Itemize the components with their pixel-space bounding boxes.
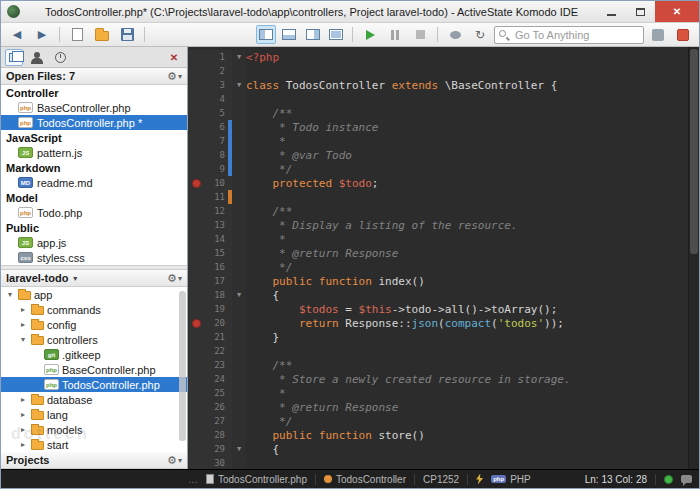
statusbar-encoding[interactable]: CP1252 bbox=[423, 474, 459, 485]
back-button[interactable]: ◀ bbox=[6, 25, 28, 45]
tree-file-item[interactable]: phpBaseController.php bbox=[1, 362, 187, 377]
code-text[interactable]: /** bbox=[246, 358, 688, 372]
history-pane-tab[interactable] bbox=[51, 49, 69, 66]
fold-margin[interactable] bbox=[232, 162, 246, 176]
toggle-all-panes-button[interactable] bbox=[326, 25, 346, 44]
fold-margin[interactable]: ▼ bbox=[232, 50, 246, 64]
fold-margin[interactable] bbox=[232, 344, 246, 358]
search-input[interactable] bbox=[494, 26, 644, 44]
fold-margin[interactable] bbox=[232, 358, 246, 372]
new-file-button[interactable] bbox=[66, 25, 88, 45]
breakpoint-margin[interactable] bbox=[188, 442, 204, 456]
breakpoint-margin[interactable] bbox=[188, 64, 204, 78]
close-pane-button[interactable]: ✕ bbox=[165, 49, 183, 66]
code-text[interactable]: */ bbox=[246, 162, 688, 176]
cursor-position[interactable]: Ln: 13 Col: 28 bbox=[585, 474, 647, 485]
expand-arrow-icon[interactable]: ▸ bbox=[18, 320, 28, 329]
fold-margin[interactable] bbox=[232, 106, 246, 120]
code-text[interactable]: public function store() bbox=[246, 428, 688, 442]
breakpoint-margin[interactable] bbox=[188, 134, 204, 148]
breakpoint-margin[interactable] bbox=[188, 400, 204, 414]
fold-margin[interactable] bbox=[232, 302, 246, 316]
breakpoint-margin[interactable] bbox=[188, 218, 204, 232]
fold-margin[interactable] bbox=[232, 246, 246, 260]
fold-margin[interactable] bbox=[232, 134, 246, 148]
fold-margin[interactable] bbox=[232, 274, 246, 288]
projects-pane-header[interactable]: Projects ⚙▾ bbox=[1, 452, 187, 469]
code-text[interactable]: */ bbox=[246, 260, 688, 274]
fold-margin[interactable]: ▼ bbox=[232, 78, 246, 92]
code-text[interactable]: $todos = $this->todo->all()->toArray(); bbox=[246, 302, 688, 316]
fold-margin[interactable] bbox=[232, 218, 246, 232]
breakpoint-margin[interactable] bbox=[188, 302, 204, 316]
code-text[interactable]: { bbox=[246, 288, 688, 302]
code-text[interactable]: return Response::json(compact('todos')); bbox=[246, 316, 688, 330]
tree-file-item[interactable]: phpTodosController.php bbox=[1, 377, 187, 392]
code-text[interactable]: * bbox=[246, 232, 688, 246]
stop-button[interactable] bbox=[409, 25, 431, 45]
fold-margin[interactable] bbox=[232, 372, 246, 386]
expand-arrow-icon[interactable]: ▸ bbox=[18, 395, 28, 404]
code-text[interactable]: * @return Response bbox=[246, 246, 688, 260]
debug-button[interactable] bbox=[444, 25, 466, 45]
code-editor[interactable]: 1▼<?php23▼class TodosController extends … bbox=[188, 47, 699, 469]
open-file-button[interactable] bbox=[91, 25, 113, 45]
breakpoint-margin[interactable] bbox=[188, 162, 204, 176]
breakpoint-margin[interactable] bbox=[188, 358, 204, 372]
code-area[interactable]: 1▼<?php23▼class TodosController extends … bbox=[188, 50, 688, 469]
code-text[interactable]: * Todo instance bbox=[246, 120, 688, 134]
fold-margin[interactable] bbox=[232, 232, 246, 246]
code-text[interactable] bbox=[246, 456, 688, 469]
breakpoint-margin[interactable] bbox=[188, 330, 204, 344]
fold-margin[interactable] bbox=[232, 120, 246, 134]
open-file-item[interactable]: JSapp.js bbox=[1, 235, 187, 250]
code-text[interactable]: public function index() bbox=[246, 274, 688, 288]
expand-arrow-icon[interactable]: ▸ bbox=[18, 440, 28, 449]
breakpoint-margin[interactable] bbox=[188, 190, 204, 204]
breakpoint-margin[interactable] bbox=[188, 148, 204, 162]
breakpoint-margin[interactable] bbox=[188, 232, 204, 246]
breakpoint-margin[interactable] bbox=[188, 78, 204, 92]
tree-folder-item[interactable]: ▾app bbox=[1, 287, 187, 302]
tree-folder-item[interactable]: ▸models bbox=[1, 422, 187, 437]
statusbar-syntax-check[interactable] bbox=[476, 474, 483, 485]
fold-margin[interactable] bbox=[232, 260, 246, 274]
code-text[interactable]: * bbox=[246, 134, 688, 148]
open-files-pane-tab[interactable] bbox=[5, 49, 23, 66]
breakpoint-margin[interactable] bbox=[188, 260, 204, 274]
fold-margin[interactable] bbox=[232, 190, 246, 204]
fold-margin[interactable]: ▼ bbox=[232, 442, 246, 456]
notifications-icon[interactable] bbox=[681, 475, 692, 483]
minimize-button[interactable] bbox=[597, 1, 626, 22]
fold-margin[interactable] bbox=[232, 414, 246, 428]
project-settings-button[interactable]: ⚙▾ bbox=[167, 272, 182, 285]
fold-margin[interactable] bbox=[232, 148, 246, 162]
open-file-item[interactable]: MDreadme.md bbox=[1, 175, 187, 190]
breakpoint-margin[interactable] bbox=[188, 204, 204, 218]
breakpoint-margin[interactable] bbox=[188, 344, 204, 358]
open-files-settings-button[interactable]: ⚙▾ bbox=[167, 70, 182, 83]
tree-folder-item[interactable]: ▸database bbox=[1, 392, 187, 407]
maximize-button[interactable] bbox=[626, 1, 655, 22]
toggle-right-pane-button[interactable] bbox=[303, 25, 323, 44]
tree-folder-item[interactable]: ▸start bbox=[1, 437, 187, 452]
code-text[interactable] bbox=[246, 92, 688, 106]
code-text[interactable]: protected $todo; bbox=[246, 176, 688, 190]
fold-margin[interactable] bbox=[232, 330, 246, 344]
breakpoint-icon[interactable] bbox=[192, 179, 201, 188]
code-text[interactable] bbox=[246, 344, 688, 358]
fold-margin[interactable] bbox=[232, 204, 246, 218]
forward-button[interactable]: ▶ bbox=[31, 25, 53, 45]
open-file-item[interactable]: phpTodosController.php * bbox=[1, 115, 187, 130]
breakpoint-margin[interactable] bbox=[188, 106, 204, 120]
statusbar-language[interactable]: php PHP bbox=[491, 474, 531, 485]
toggle-bottom-pane-button[interactable] bbox=[279, 25, 299, 44]
code-text[interactable]: * Display a listing of the resource. bbox=[246, 218, 688, 232]
statusbar-symbol[interactable]: TodosController bbox=[324, 474, 406, 485]
fold-margin[interactable]: ▼ bbox=[232, 288, 246, 302]
fold-margin[interactable] bbox=[232, 64, 246, 78]
run-button[interactable] bbox=[359, 25, 381, 45]
code-text[interactable]: /** bbox=[246, 204, 688, 218]
code-text[interactable]: * @var Todo bbox=[246, 148, 688, 162]
breakpoint-margin[interactable] bbox=[188, 246, 204, 260]
